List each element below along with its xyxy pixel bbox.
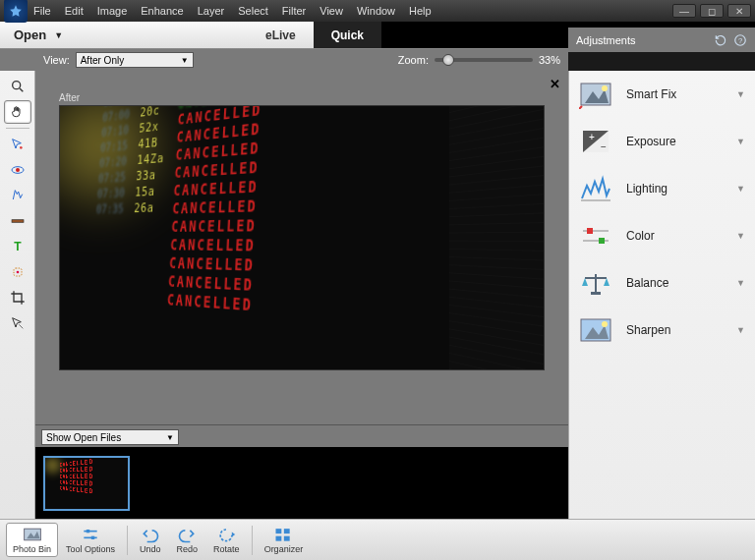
app-logo [4,0,28,23]
tab-elive[interactable]: eLive [248,22,314,48]
photo-bin: Show Open Files▼ CANCELLEDCANCELLEDCANCE… [35,424,568,519]
chevron-down-icon: ▼ [736,89,745,99]
adj-balance[interactable]: Balance ▼ [569,259,755,307]
adj-exposure[interactable]: +− Exposure ▼ [569,118,755,165]
photobin-button[interactable]: Photo Bin [6,523,58,557]
adjustments-header: Adjustments ? [568,28,755,52]
svg-rect-40 [276,536,282,541]
svg-rect-41 [284,536,290,541]
tool-palette: T [0,71,35,519]
hand-tool[interactable] [4,100,31,124]
svg-rect-38 [276,529,282,533]
window-maximize[interactable]: ◻ [700,4,724,18]
svg-line-15 [579,106,582,109]
redeye-tool[interactable] [4,158,31,182]
menu-select[interactable]: Select [238,5,268,17]
svg-point-14 [602,85,608,91]
help-icon[interactable]: ? [733,33,747,47]
svg-rect-36 [91,536,94,539]
spot-heal-tool[interactable] [4,260,31,284]
menu-edit[interactable]: Edit [65,5,84,17]
zoom-label: Zoom: [398,54,429,66]
lighting-icon [579,174,612,203]
svg-point-2 [12,82,20,89]
window-close[interactable]: ✕ [727,4,751,18]
svg-rect-34 [87,530,89,532]
menu-filter[interactable]: Filter [282,5,306,17]
open-button[interactable]: Open▼ [0,28,71,42]
close-document[interactable]: ✕ [550,77,560,91]
menu-view[interactable]: View [319,5,343,17]
svg-text:−: − [601,141,607,152]
crop-tool[interactable] [4,286,31,309]
menu-enhance[interactable]: Enhance [141,5,183,17]
after-label: After [59,92,568,103]
zoom-tool[interactable] [4,75,31,98]
organizer-button[interactable]: Organizer [257,524,312,556]
svg-marker-37 [232,532,235,537]
bin-dropdown[interactable]: Show Open Files▼ [41,429,179,445]
whiten-tool[interactable] [4,184,31,207]
tooloptions-button[interactable]: Tool Options [58,524,123,556]
svg-text:?: ? [738,35,742,44]
chevron-down-icon: ▼ [736,231,745,241]
chevron-down-icon: ▼ [736,184,745,194]
svg-rect-27 [591,292,601,295]
tab-quick[interactable]: Quick [314,22,381,48]
svg-text:T: T [14,240,22,253]
menu-image[interactable]: Image [97,5,128,17]
menu-file[interactable]: File [33,5,51,17]
menu-layer[interactable]: Layer [198,5,225,17]
document-canvas[interactable]: 06:5007:0007:1007:1507:2007:2507:3007:35… [59,105,545,370]
adj-sharpen[interactable]: Sharpen ▼ [569,307,755,354]
quick-select-tool[interactable] [4,133,31,156]
undo-button[interactable]: Undo [132,524,169,556]
view-label: View: [43,54,70,66]
color-icon [579,221,612,251]
adj-color[interactable]: Color ▼ [569,212,755,259]
exposure-icon: +− [579,127,612,156]
move-tool[interactable] [4,311,31,335]
svg-line-3 [20,88,23,91]
chevron-down-icon: ▼ [736,325,745,335]
svg-point-30 [602,321,608,327]
adj-smartfix[interactable]: Smart Fix ▼ [569,71,755,118]
window-minimize[interactable]: — [672,4,696,18]
svg-point-4 [20,146,23,149]
chevron-down-icon: ▼ [736,278,745,288]
main-menu: File Edit Image Enhance Layer Select Fil… [33,5,672,17]
svg-point-6 [16,168,20,172]
smartfix-icon [579,80,612,109]
rotate-button[interactable]: Rotate [205,524,248,556]
text-tool[interactable]: T [4,235,31,258]
reset-icon[interactable] [714,33,727,47]
sharpen-icon [579,315,612,345]
adj-lighting[interactable]: Lighting ▼ [569,165,755,212]
menu-window[interactable]: Window [357,5,395,17]
chevron-down-icon: ▼ [736,137,745,146]
svg-point-11 [16,271,19,274]
titlebar: File Edit Image Enhance Layer Select Fil… [0,0,755,22]
view-dropdown[interactable]: After Only▼ [76,52,194,68]
straighten-tool[interactable] [4,209,31,233]
zoom-slider[interactable] [435,58,533,62]
svg-rect-22 [587,228,593,234]
svg-rect-24 [599,238,605,244]
menu-help[interactable]: Help [409,5,432,17]
bottom-toolbar: Photo Bin Tool Options Undo Redo Rotate … [0,519,755,560]
adjustments-panel: Smart Fix ▼ +− Exposure ▼ Lighting ▼ Col… [568,71,755,519]
thumbnail[interactable]: CANCELLEDCANCELLEDCANCELLEDCANCELLEDCANC… [43,456,130,511]
redo-button[interactable]: Redo [169,524,206,556]
balance-icon [579,268,612,298]
canvas-area: ✕ After 06:5007:0007:1007:1507:2007:2507… [35,71,568,519]
svg-text:+: + [589,132,595,142]
zoom-value: 33% [539,54,560,66]
options-bar: View: After Only▼ Zoom: 33% [0,49,568,71]
svg-rect-39 [284,529,290,533]
